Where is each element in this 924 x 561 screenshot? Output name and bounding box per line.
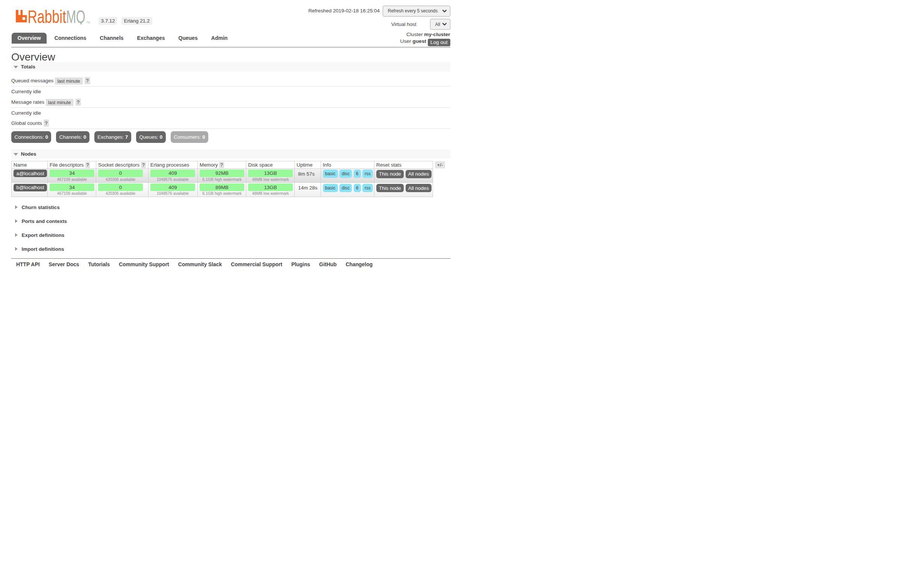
- svg-text:Rabbit: Rabbit: [28, 8, 67, 24]
- svg-text:TM: TM: [86, 21, 90, 24]
- svg-text:MQ: MQ: [66, 8, 85, 24]
